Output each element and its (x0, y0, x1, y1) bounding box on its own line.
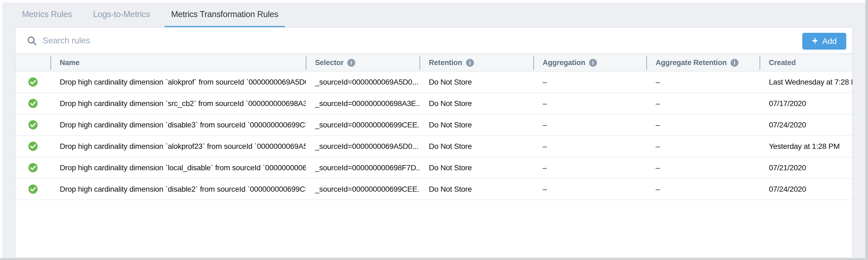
window-edge-right[interactable] (865, 0, 868, 260)
add-button-label: Add (822, 37, 837, 46)
column-header-status (16, 54, 51, 71)
rule-aggregate-retention-cell: – (646, 179, 760, 199)
status-enabled-check-icon[interactable] (28, 163, 38, 173)
window-edge-top (0, 0, 868, 2)
status-enabled-check-icon[interactable] (28, 99, 38, 108)
column-header-label: Retention (429, 59, 462, 67)
rule-selector-cell: _sourceId=000000000699CEE... (306, 114, 420, 135)
tab-logs-to-metrics[interactable]: Logs-to-Metrics (87, 2, 156, 26)
rule-retention-cell: Do Not Store (420, 157, 533, 178)
rule-name-cell: Drop high cardinality dimension `disable… (51, 114, 306, 135)
app-window: Metrics Rules Logs-to-Metrics Metrics Tr… (0, 0, 868, 260)
rule-name-cell: Drop high cardinality dimension `alokpro… (51, 72, 306, 92)
rule-aggregate-retention-cell: – (646, 93, 760, 114)
column-header-retention: Retention i (420, 54, 533, 71)
tab-metrics-rules[interactable]: Metrics Rules (16, 2, 79, 26)
rule-aggregation-cell: – (533, 114, 646, 135)
rule-created-cell: 07/24/2020 (760, 179, 852, 199)
status-enabled-check-icon[interactable] (28, 120, 38, 130)
column-header-aggregation: Aggregation i (533, 54, 646, 71)
table-row[interactable]: Drop high cardinality dimension `disable… (16, 114, 852, 136)
column-header-created: Created (760, 54, 852, 71)
rules-panel: + Add Name Selector i Retention i Aggreg… (15, 27, 853, 258)
rule-created-cell: Last Wednesday at 7:28 PM (760, 72, 852, 92)
search-icon (26, 35, 37, 46)
rule-aggregation-cell: – (533, 179, 646, 199)
rule-created-cell: 07/21/2020 (760, 157, 852, 178)
tab-bar: Metrics Rules Logs-to-Metrics Metrics Tr… (2, 2, 293, 26)
table-row[interactable]: Drop high cardinality dimension `disable… (16, 179, 852, 200)
rule-status-cell (16, 157, 51, 178)
window-edge-left (0, 0, 2, 260)
rule-name-cell: Drop high cardinality dimension `src_cb2… (51, 93, 306, 114)
table-body: Drop high cardinality dimension `alokpro… (16, 72, 852, 200)
info-icon[interactable]: i (731, 59, 739, 67)
column-header-label: Aggregation (542, 59, 585, 67)
rule-status-cell (16, 72, 51, 92)
rule-retention-cell: Do Not Store (420, 136, 533, 157)
rule-retention-cell: Do Not Store (420, 179, 533, 199)
info-icon[interactable]: i (347, 59, 355, 67)
status-enabled-check-icon[interactable] (28, 77, 38, 87)
rule-selector-cell: _sourceId=000000000698F7D... (306, 157, 420, 178)
rule-selector-cell: _sourceId=000000000699CEE... (306, 179, 420, 199)
rule-retention-cell: Do Not Store (420, 93, 533, 114)
table-row[interactable]: Drop high cardinality dimension `src_cb2… (16, 93, 852, 114)
rule-aggregate-retention-cell: – (646, 157, 760, 178)
table-row[interactable]: Drop high cardinality dimension `local_d… (16, 157, 852, 179)
column-header-label: Selector (315, 59, 344, 67)
rule-name-cell: Drop high cardinality dimension `disable… (51, 179, 306, 199)
rule-aggregation-cell: – (533, 136, 646, 157)
rule-created-cell: 07/24/2020 (760, 114, 852, 135)
rule-status-cell (16, 114, 51, 135)
rule-created-cell: Yesterday at 1:28 PM (760, 136, 852, 157)
column-header-label: Created (769, 59, 796, 67)
window-edge-bottom (0, 258, 868, 260)
rule-aggregate-retention-cell: – (646, 72, 760, 92)
rule-name-cell: Drop high cardinality dimension `local_d… (51, 157, 306, 178)
column-header-label: Name (60, 59, 80, 67)
rule-status-cell (16, 136, 51, 157)
plus-icon: + (812, 36, 818, 46)
rule-status-cell (16, 179, 51, 199)
rule-selector-cell: _sourceId=000000000698A3E... (306, 93, 420, 114)
status-enabled-check-icon[interactable] (28, 141, 38, 151)
info-icon[interactable]: i (589, 59, 597, 67)
rule-aggregation-cell: – (533, 93, 646, 114)
column-header-name: Name (51, 54, 306, 71)
rule-retention-cell: Do Not Store (420, 72, 533, 92)
rule-name-cell: Drop high cardinality dimension `alokpro… (51, 136, 306, 157)
table-row[interactable]: Drop high cardinality dimension `alokpro… (16, 72, 852, 93)
status-enabled-check-icon[interactable] (28, 184, 38, 194)
column-header-label: Aggregate Retention (656, 59, 727, 67)
tab-metrics-transformation-rules[interactable]: Metrics Transformation Rules (164, 2, 285, 26)
rule-aggregation-cell: – (533, 157, 646, 178)
add-button[interactable]: + Add (802, 33, 846, 50)
table-row[interactable]: Drop high cardinality dimension `alokpro… (16, 136, 852, 157)
column-header-selector: Selector i (306, 54, 420, 71)
rule-retention-cell: Do Not Store (420, 114, 533, 135)
rule-selector-cell: _sourceId=0000000069A5D0... (306, 72, 420, 92)
rule-aggregation-cell: – (533, 72, 646, 92)
rule-created-cell: 07/17/2020 (760, 93, 852, 114)
table-header: Name Selector i Retention i Aggregation … (16, 54, 852, 72)
rule-aggregate-retention-cell: – (646, 136, 760, 157)
rule-selector-cell: _sourceId=0000000069A5D0... (306, 136, 420, 157)
column-header-aggregate-retention: Aggregate Retention i (646, 54, 760, 71)
info-icon[interactable]: i (466, 59, 474, 67)
rule-status-cell (16, 93, 51, 114)
search-input[interactable] (43, 36, 852, 45)
rule-aggregate-retention-cell: – (646, 114, 760, 135)
toolbar: + Add (16, 28, 852, 54)
